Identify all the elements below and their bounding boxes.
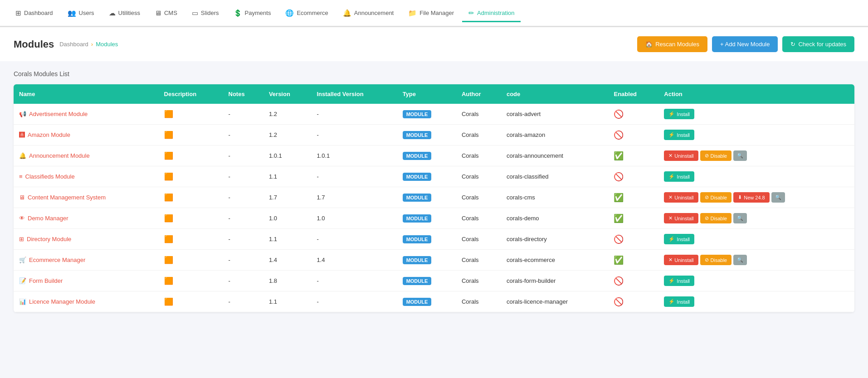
version-cell: 1.7 <box>263 187 311 208</box>
uninstall-button[interactable]: ✕ Uninstall <box>664 192 698 203</box>
version-cell: 1.2 <box>263 125 311 145</box>
module-name-link[interactable]: 🖥 Content Management System <box>19 194 153 201</box>
disable-icon: ⊘ <box>705 194 709 200</box>
author-cell: Corals <box>456 291 501 312</box>
col-type: Type <box>397 84 456 104</box>
nav-announcement[interactable]: 🔔 Announcement <box>336 5 400 22</box>
table-row: 🖥 Content Management System 🟧-1.71.7MODU… <box>14 187 854 208</box>
search-button[interactable]: 🔍 <box>771 192 785 203</box>
author-cell: Corals <box>456 187 501 208</box>
action-group: ✕ Uninstall⊘ Disable⬇ New 24.8🔍 <box>664 192 849 203</box>
disable-button[interactable]: ⊘ Disable <box>700 255 732 265</box>
module-name-link[interactable]: 🔔 Announcement Module <box>19 152 153 159</box>
nav-utilities[interactable]: ☁ Utilitiess <box>102 5 146 22</box>
description-icon[interactable]: 🟧 <box>164 173 173 180</box>
nav-users-label: Users <box>79 10 94 16</box>
install-icon: ⚡ <box>668 132 675 138</box>
module-icon: 🅰 <box>19 131 25 138</box>
module-name-link[interactable]: 📝 Form Builder <box>19 277 153 284</box>
code-cell: corals-demo <box>501 208 609 229</box>
description-icon[interactable]: 🟧 <box>164 152 173 160</box>
description-icon[interactable]: 🟧 <box>164 214 173 222</box>
description-icon[interactable]: 🟧 <box>164 277 173 285</box>
version-cell: 1.8 <box>263 271 311 291</box>
module-name-link[interactable]: 🛒 Ecommerce Manager <box>19 257 153 263</box>
author-cell: Corals <box>456 271 501 291</box>
disable-button[interactable]: ⊘ Disable <box>700 192 732 203</box>
action-group: ⚡ Install <box>664 234 849 244</box>
install-button[interactable]: ⚡ Install <box>664 234 694 244</box>
module-name-link[interactable]: ⊞ Directory Module <box>19 236 153 242</box>
description-icon[interactable]: 🟧 <box>164 298 173 305</box>
module-name-link[interactable]: 📢 Advertisement Module <box>19 111 153 117</box>
nav-file-manager[interactable]: 📁 File Manager <box>402 5 460 22</box>
nav-payments[interactable]: 💲 Payments <box>227 5 278 22</box>
col-notes: Notes <box>223 84 263 104</box>
enabled-icon-yes: ✅ <box>614 214 624 223</box>
disable-button[interactable]: ⊘ Disable <box>700 150 732 161</box>
install-icon: ⚡ <box>668 174 675 179</box>
description-icon[interactable]: 🟧 <box>164 256 173 264</box>
installed-version-cell: - <box>311 166 397 187</box>
installed-version-cell: 1.0.1 <box>311 145 397 166</box>
nav-ecommerce[interactable]: 🌐 Ecommerce <box>279 5 334 22</box>
module-icon: 📊 <box>19 298 26 305</box>
page-header-left: Modules Dashboard › Modules <box>14 39 118 50</box>
check-updates-button[interactable]: ↻ Check for updates <box>782 36 854 52</box>
col-action: Action <box>658 84 854 104</box>
file-manager-icon: 📁 <box>408 9 417 17</box>
author-cell: Corals <box>456 166 501 187</box>
description-icon[interactable]: 🟧 <box>164 110 173 118</box>
nav-cms[interactable]: 🖥 CMS <box>148 5 184 22</box>
module-name-link[interactable]: 📊 Licence Manager Module <box>19 298 153 305</box>
new-update-button[interactable]: ⬇ New 24.8 <box>733 192 769 203</box>
search-button[interactable]: 🔍 <box>733 255 747 265</box>
rescan-modules-button[interactable]: 🏠 Rescan Modules <box>637 36 707 52</box>
enabled-icon-yes: ✅ <box>614 151 624 160</box>
enabled-icon-yes: ✅ <box>614 193 624 202</box>
check-updates-label: Check for updates <box>798 41 846 48</box>
notes-cell: - <box>223 250 263 271</box>
installed-version-cell: - <box>311 104 397 125</box>
install-icon: ⚡ <box>668 299 675 305</box>
search-button[interactable]: 🔍 <box>733 213 747 223</box>
uninstall-button[interactable]: ✕ Uninstall <box>664 213 698 223</box>
nav-sliders[interactable]: ▭ Sliders <box>185 5 225 22</box>
table-row: 📢 Advertisement Module 🟧-1.2-MODULECoral… <box>14 104 854 125</box>
action-group: ⚡ Install <box>664 296 849 307</box>
enabled-icon-no: 🚫 <box>614 235 624 244</box>
breadcrumb: Dashboard › Modules <box>59 41 118 48</box>
add-new-module-button[interactable]: + Add New Module <box>712 36 778 52</box>
description-icon[interactable]: 🟧 <box>164 131 173 139</box>
description-icon[interactable]: 🟧 <box>164 235 173 243</box>
search-button[interactable]: 🔍 <box>733 150 747 161</box>
module-name-link[interactable]: 🅰 Amazon Module <box>19 131 153 138</box>
breadcrumb-root[interactable]: Dashboard <box>59 41 88 48</box>
nav-dashboard[interactable]: ⊞ Dashboard <box>9 5 59 22</box>
author-cell: Corals <box>456 145 501 166</box>
install-button[interactable]: ⚡ Install <box>664 276 694 286</box>
code-cell: corals-cms <box>501 187 609 208</box>
install-icon: ⚡ <box>668 111 675 117</box>
uninstall-button[interactable]: ✕ Uninstall <box>664 255 698 265</box>
col-enabled: Enabled <box>608 84 658 104</box>
install-button[interactable]: ⚡ Install <box>664 130 694 140</box>
nav-users[interactable]: 👥 Users <box>61 5 101 22</box>
enabled-icon-no: 🚫 <box>614 131 624 140</box>
table-row: ⊞ Directory Module 🟧-1.1-MODULECoralscor… <box>14 229 854 250</box>
col-author: Author <box>456 84 501 104</box>
module-name-link[interactable]: 👁 Demo Manager <box>19 215 153 222</box>
uninstall-button[interactable]: ✕ Uninstall <box>664 150 698 161</box>
module-name-text: Directory Module <box>27 236 71 242</box>
description-icon[interactable]: 🟧 <box>164 194 173 201</box>
install-button[interactable]: ⚡ Install <box>664 171 694 182</box>
notes-cell: - <box>223 187 263 208</box>
module-name-link[interactable]: ≡ Classifieds Module <box>19 173 153 180</box>
module-name-text: Advertisement Module <box>29 111 88 117</box>
disable-button[interactable]: ⊘ Disable <box>700 213 732 223</box>
modules-table-container: Name Description Notes Version Installed… <box>14 84 854 312</box>
install-button[interactable]: ⚡ Install <box>664 109 694 119</box>
nav-administration[interactable]: ✏ Administration <box>462 5 521 22</box>
type-badge: MODULE <box>403 152 432 160</box>
install-button[interactable]: ⚡ Install <box>664 296 694 307</box>
